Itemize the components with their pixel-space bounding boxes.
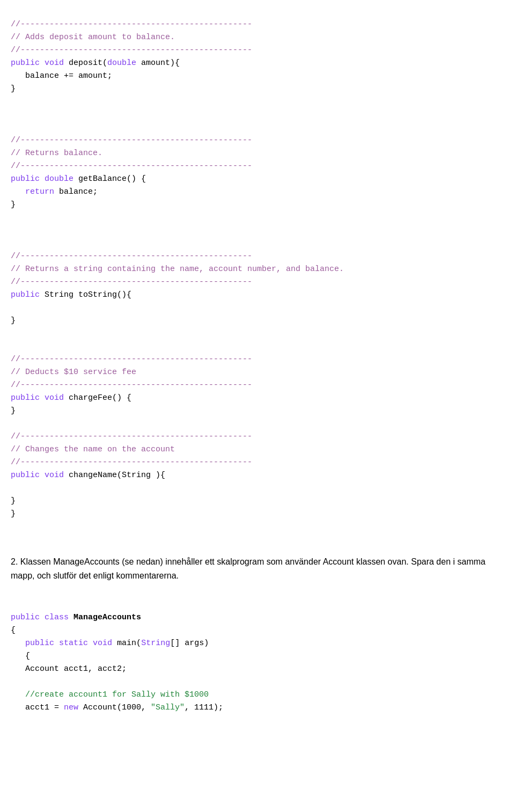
- blank-line: [11, 342, 16, 351]
- code-line: }: [11, 200, 16, 209]
- code-section-2: public class ManageAccounts { public sta…: [11, 598, 504, 727]
- comment-line: //--------------------------------------…: [11, 252, 252, 261]
- comment-line: //--------------------------------------…: [11, 46, 252, 55]
- code-line: public void changeName(String ){: [11, 471, 165, 480]
- comment-line: // Returns balance.: [11, 149, 102, 158]
- code-container: //--------------------------------------…: [11, 5, 504, 727]
- blank-line: [11, 239, 16, 248]
- blank-line: [11, 303, 16, 312]
- code-line: Account acct1, acct2;: [11, 664, 127, 674]
- comment-line: // Changes the name on the account: [11, 445, 175, 454]
- code-line: {: [11, 652, 30, 661]
- code-line: public static void main(String[] args): [11, 639, 209, 648]
- code-line: public void chargeFee() {: [11, 393, 131, 403]
- comment-line: //--------------------------------------…: [11, 162, 252, 171]
- code-line: public class ManageAccounts: [11, 613, 141, 622]
- comment-line: //--------------------------------------…: [11, 355, 252, 364]
- comment-line: //--------------------------------------…: [11, 458, 252, 467]
- code-line: balance += amount;: [11, 71, 112, 81]
- comment-line: // Deducts $10 service fee: [11, 368, 136, 377]
- comment-line: //--------------------------------------…: [11, 277, 252, 287]
- comment-line: //--------------------------------------…: [11, 432, 252, 441]
- code-line: public double getBalance() {: [11, 174, 146, 184]
- code-line: acct1 = new Account(1000, "Sally", 1111)…: [11, 703, 223, 712]
- code-line: public String toString(){: [11, 290, 131, 299]
- comment-line: //--------------------------------------…: [11, 20, 252, 29]
- code-line: }: [11, 406, 16, 415]
- code-line: {: [11, 626, 16, 635]
- comment-line: //--------------------------------------…: [11, 381, 252, 390]
- prose-paragraph: 2. Klassen ManageAccounts (se nedan) inn…: [11, 555, 504, 582]
- blank-line: [11, 677, 16, 686]
- code-line: public void deposit(double amount){: [11, 58, 180, 68]
- code-section-1: //--------------------------------------…: [11, 5, 504, 533]
- blank-line: [11, 419, 16, 428]
- code-line: }: [11, 316, 16, 325]
- prose-text: 2. Klassen ManageAccounts (se nedan) inn…: [11, 557, 485, 580]
- comment-line: //--------------------------------------…: [11, 136, 252, 145]
- comment-line: // Returns a string containing the name,…: [11, 265, 344, 274]
- comment-line: // Adds deposit amount to balance.: [11, 33, 175, 42]
- code-line: return balance;: [11, 187, 98, 196]
- code-line: }: [11, 509, 16, 518]
- code-line: }: [11, 84, 16, 93]
- green-comment-line: //create account1 for Sally with $1000: [11, 690, 209, 699]
- code-line: }: [11, 496, 16, 506]
- blank-line: [11, 110, 16, 119]
- blank-line: [11, 484, 16, 493]
